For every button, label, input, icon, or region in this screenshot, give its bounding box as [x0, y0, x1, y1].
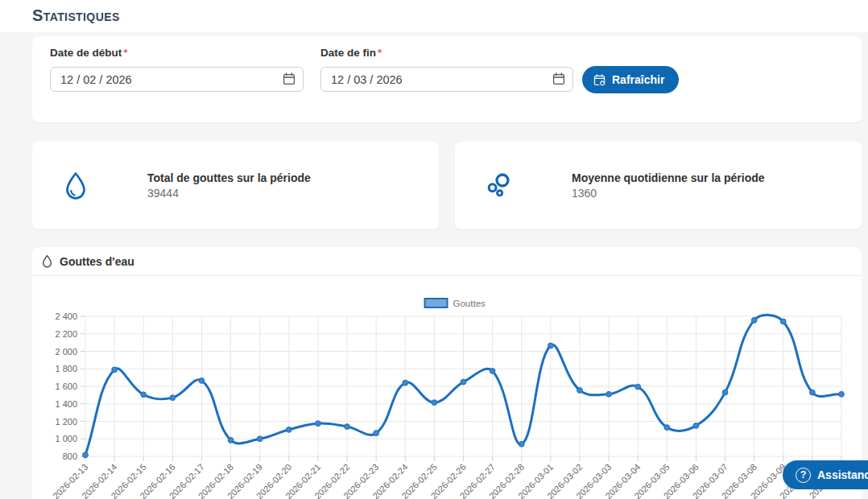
top-bar: Statistiques: [0, 0, 868, 32]
y-tick-label: 1 400: [55, 399, 77, 409]
question-icon: ?: [796, 468, 811, 483]
start-date-field: Date de début*: [50, 47, 304, 92]
data-point[interactable]: [432, 400, 437, 406]
data-point[interactable]: [722, 390, 728, 395]
data-point[interactable]: [809, 390, 815, 395]
end-date-input[interactable]: [320, 67, 573, 92]
data-point[interactable]: [112, 367, 118, 373]
legend-swatch[interactable]: [425, 299, 448, 307]
data-point[interactable]: [286, 427, 291, 432]
y-tick-label: 2 000: [55, 347, 77, 357]
data-point[interactable]: [606, 391, 612, 397]
data-point[interactable]: [780, 319, 786, 324]
y-tick-label: 2 400: [55, 311, 77, 321]
assistance-button[interactable]: ? Assistance: [783, 460, 868, 489]
data-point[interactable]: [635, 384, 641, 390]
end-date-label-text: Date de fin: [320, 47, 376, 59]
data-point[interactable]: [83, 452, 89, 458]
data-point[interactable]: [664, 425, 670, 431]
water-drop-icon: [64, 171, 87, 200]
start-date-label: Date de début*: [50, 47, 304, 59]
y-tick-label: 2 200: [55, 329, 77, 339]
data-point[interactable]: [141, 392, 147, 398]
chart-header: Gouttes d'eau: [32, 247, 862, 276]
y-tick-label: 1 800: [55, 364, 77, 373]
data-point[interactable]: [403, 380, 408, 386]
stat-value: 39444: [147, 187, 311, 200]
assistance-button-label: Assistance: [817, 468, 868, 481]
chart-title: Gouttes d'eau: [60, 255, 134, 268]
data-point[interactable]: [257, 436, 262, 442]
y-tick-label: 1 600: [55, 381, 77, 391]
data-point[interactable]: [199, 378, 205, 384]
refresh-button-label: Rafraîchir: [612, 73, 664, 86]
bubbles-icon: [487, 171, 511, 200]
data-point[interactable]: [693, 423, 699, 429]
data-point[interactable]: [316, 421, 321, 427]
required-asterisk: *: [123, 47, 127, 59]
data-point[interactable]: [461, 379, 466, 385]
page-title: Statistiques: [32, 6, 120, 25]
chart-svg: 8001 0001 2001 4001 6001 8002 0002 2002 …: [32, 276, 862, 499]
start-date-input[interactable]: [50, 67, 304, 92]
end-date-field: Date de fin*: [320, 47, 573, 92]
legend-label[interactable]: Gouttes: [453, 299, 486, 308]
stat-title: Total de gouttes sur la période: [147, 171, 311, 184]
end-date-label: Date de fin*: [320, 47, 573, 59]
data-point[interactable]: [577, 387, 583, 393]
data-point[interactable]: [519, 441, 524, 447]
stat-card-total: Total de gouttes sur la période 39444: [32, 142, 439, 229]
y-tick-label: 800: [63, 452, 77, 461]
data-point[interactable]: [490, 369, 495, 374]
stat-value: 1360: [572, 187, 765, 200]
required-asterisk: *: [378, 47, 382, 59]
refresh-button[interactable]: Rafraîchir: [582, 66, 679, 93]
data-point[interactable]: [170, 395, 176, 401]
right-gutter: [862, 32, 868, 499]
start-date-label-text: Date de début: [50, 47, 122, 59]
y-tick-label: 1 000: [55, 434, 77, 443]
data-point[interactable]: [839, 391, 845, 397]
filter-panel: Date de début* Date de fin*: [32, 36, 862, 122]
data-point[interactable]: [228, 437, 234, 443]
data-point[interactable]: [548, 343, 553, 348]
data-point[interactable]: [751, 317, 757, 323]
stat-card-average: Moyenne quotidienne sur la période 1360: [455, 142, 862, 229]
stat-title: Moyenne quotidienne sur la période: [572, 171, 765, 184]
data-point[interactable]: [345, 424, 350, 430]
calendar-refresh-icon: [593, 74, 606, 86]
chart-card: Gouttes d'eau 8001 0001 2001 4001 6001 8…: [32, 247, 862, 499]
water-drop-icon: [42, 254, 52, 268]
y-tick-label: 1 200: [55, 417, 77, 427]
data-point[interactable]: [374, 431, 379, 436]
